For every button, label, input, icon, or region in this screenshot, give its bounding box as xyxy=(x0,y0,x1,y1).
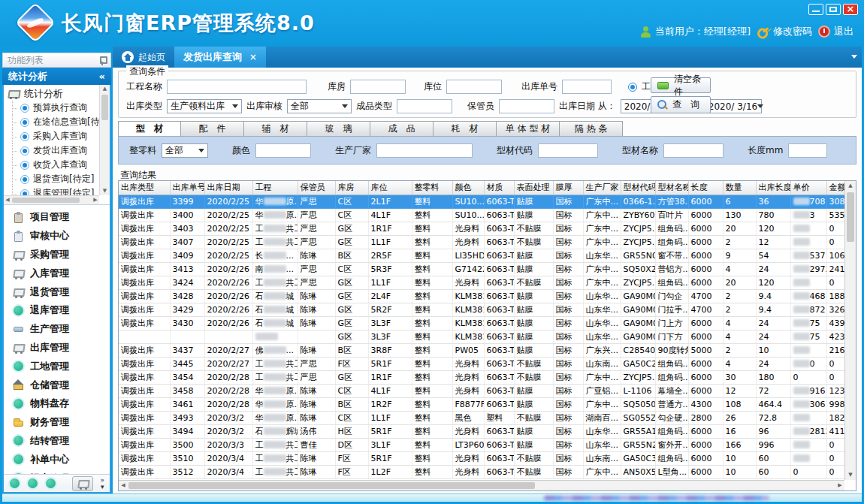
grid-cell[interactable]: 石城 xyxy=(252,289,298,303)
grid-cell[interactable]: 窗不带... xyxy=(655,249,688,262)
grid-cell[interactable]: 3493 xyxy=(170,411,204,424)
grid-cell[interactable]: 国标 xyxy=(553,397,583,411)
change-password-button[interactable]: 修改密码 xyxy=(757,25,812,38)
grid-cell[interactable]: 不贴膜 xyxy=(514,276,553,289)
grid-cell[interactable]: 国标 xyxy=(553,411,583,424)
table-row[interactable]: 调拨出库34452020/2/27工共工程严思F区5R1F整料光身料6063-T… xyxy=(119,357,844,370)
grid-cell[interactable]: 1L1F xyxy=(368,235,412,249)
grid-cell[interactable]: 广东中... xyxy=(583,195,621,208)
grid-cell[interactable]: 24 xyxy=(756,316,790,330)
grid-cell[interactable]: 国标 xyxy=(553,357,583,370)
grid-cell[interactable]: 国标 xyxy=(553,343,583,357)
grid-cell[interactable]: 6063-T5 xyxy=(484,397,514,411)
sidebar-section[interactable]: 退货管理 xyxy=(4,282,110,301)
grid-cell[interactable]: 6 xyxy=(723,195,756,208)
grid-cell[interactable]: 贴膜 xyxy=(514,438,553,451)
grid-cell[interactable]: 贴膜 xyxy=(514,289,553,303)
grid-cell[interactable]: 6000 xyxy=(688,208,723,222)
grid-cell[interactable]: 2020/3/3 xyxy=(204,438,252,451)
grid-cell[interactable] xyxy=(790,222,826,235)
sidebar-section[interactable]: 退库管理 xyxy=(4,301,110,320)
grid-cell[interactable]: ZYCJP5... xyxy=(621,222,655,235)
grid-cell[interactable]: KLM3817 xyxy=(452,289,484,303)
grid-cell[interactable]: 2020/2/25 xyxy=(204,208,252,222)
grid-cell[interactable]: 不贴膜 xyxy=(514,235,553,249)
grid-column-header[interactable]: 库房 xyxy=(335,181,368,195)
sidebar-section[interactable]: 工地管理 xyxy=(4,357,110,376)
grid-column-header[interactable]: 生产厂家 xyxy=(583,181,621,195)
grid-cell[interactable]: 6063-T5 xyxy=(484,424,514,438)
grid-cell[interactable]: ZYCJP5... xyxy=(621,276,655,289)
grid-cell[interactable]: 门下方 xyxy=(655,330,688,343)
grid-cell[interactable]: 南... xyxy=(252,262,298,276)
grid-cell[interactable]: 6000 xyxy=(688,465,723,478)
table-row[interactable]: 调拨出库34002020/2/25华原...严思C区4L1F整料SU10...6… xyxy=(119,208,844,222)
grid-cell[interactable]: 山东华... xyxy=(583,289,621,303)
grid-cell[interactable]: 20 xyxy=(723,276,756,289)
scroll-right-icon[interactable]: ▶ xyxy=(92,196,99,204)
grid-cell[interactable]: 2020/3/2 xyxy=(204,424,252,438)
grid-cell[interactable]: 6063-T5 xyxy=(484,195,514,208)
grid-cell[interactable]: 贴膜 xyxy=(514,208,553,222)
grid-cell[interactable]: 严思 xyxy=(298,195,335,208)
grid-cell[interactable]: 3413 xyxy=(170,262,204,276)
grid-cell[interactable]: 36 xyxy=(756,195,790,208)
grid-cell[interactable]: KLM3817 xyxy=(452,330,484,343)
grid-cell[interactable]: 6000 xyxy=(688,249,723,262)
grid-cell[interactable]: 山东南... xyxy=(583,357,621,370)
grid-cell[interactable]: B区 xyxy=(335,249,368,262)
grid-cell[interactable]: 2R5F xyxy=(368,249,412,262)
grid-cell[interactable]: 陈琳 xyxy=(298,411,335,424)
grid-column-header[interactable]: 金额 xyxy=(826,181,844,195)
grid-cell[interactable]: 6063-T5 xyxy=(484,343,514,357)
grid-cell[interactable]: 调拨出库 xyxy=(119,357,170,370)
material-tab[interactable]: 单 体 型 材 xyxy=(497,121,560,137)
scroll-thumb[interactable] xyxy=(101,95,108,120)
grid-cell[interactable]: 整料 xyxy=(412,276,452,289)
scroll-up-icon[interactable]: ▲ xyxy=(845,181,856,191)
grid-cell[interactable]: 0 xyxy=(826,451,844,465)
grid-cell[interactable]: 整料 xyxy=(412,411,452,424)
grid-cell[interactable]: 2 xyxy=(723,235,756,249)
grid-cell[interactable]: 5R1F xyxy=(368,451,412,465)
scroll-thumb[interactable] xyxy=(847,192,854,242)
grid-cell[interactable]: 严思 xyxy=(298,222,335,235)
grid-cell[interactable]: 普铝方... xyxy=(655,262,688,276)
grid-cell[interactable]: C区 xyxy=(335,208,368,222)
grid-cell[interactable]: 2020/3/4 xyxy=(204,465,252,478)
grid-cell[interactable]: 708 xyxy=(790,195,826,208)
keeper-input[interactable] xyxy=(499,99,554,113)
grid-cell[interactable]: 1R2F xyxy=(368,397,412,411)
table-row[interactable]: 调拨出库34092020/2/25长...陈琳B区2R5F整料LI35HD606… xyxy=(119,249,844,262)
grid-cell[interactable]: 780 xyxy=(756,208,790,222)
grid-cell[interactable] xyxy=(790,235,826,249)
grid-cell[interactable]: 严思 xyxy=(298,208,335,222)
grid-cell[interactable]: 陈琳 xyxy=(298,303,335,316)
warehouse-input[interactable] xyxy=(350,80,406,94)
grid-cell[interactable]: 门勾企 xyxy=(655,289,688,303)
grid-cell[interactable]: 6063-T5 xyxy=(484,316,514,330)
grid-cell[interactable]: 石城 xyxy=(252,303,298,316)
grid-cell[interactable]: 326 xyxy=(826,303,844,316)
grid-column-header[interactable]: 单价 xyxy=(790,181,826,195)
grid-cell[interactable]: LI35HD xyxy=(452,249,484,262)
grid-cell[interactable]: 国标 xyxy=(553,330,583,343)
grid-cell[interactable]: 调拨出库 xyxy=(119,235,170,249)
grid-cell[interactable]: 3407 xyxy=(170,235,204,249)
grid-cell[interactable]: 湖南百... xyxy=(583,411,621,424)
outbound-audit-select[interactable]: 全部 xyxy=(287,99,352,113)
grid-cell[interactable]: 工共工程 xyxy=(252,465,298,478)
material-tab[interactable]: 成 品 xyxy=(370,121,434,137)
grid-cell[interactable]: 曹佳 xyxy=(298,438,335,451)
grid-cell[interactable]: 整料 xyxy=(412,222,452,235)
grid-cell[interactable]: 6000 xyxy=(688,438,723,451)
grid-cell[interactable]: 调拨出库 xyxy=(119,276,170,289)
grid-cell[interactable]: 调拨出库 xyxy=(119,316,170,330)
grid-cell[interactable]: 佛... xyxy=(252,343,298,357)
grid-cell[interactable]: 4700 xyxy=(688,303,723,316)
tree-item[interactable]: 发货出库查询 xyxy=(5,143,99,158)
grid-cell[interactable]: 4 xyxy=(723,262,756,276)
material-tab[interactable]: 玻 璃 xyxy=(307,121,370,137)
grid-cell[interactable]: 组角码... xyxy=(655,235,688,249)
grid-column-header[interactable]: 材质 xyxy=(484,181,514,195)
